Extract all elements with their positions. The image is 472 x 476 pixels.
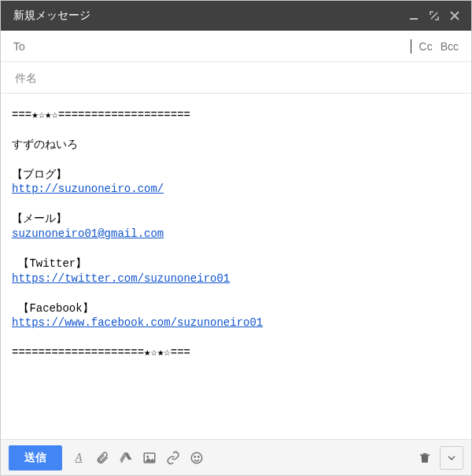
mail-link[interactable]: suzunoneiro01@gmail.com (12, 227, 164, 240)
blog-label: 【ブログ】 (12, 168, 67, 181)
drive-button[interactable] (114, 446, 138, 470)
facebook-label: 【Facebook】 (18, 302, 93, 315)
window-title: 新規メッセージ (13, 9, 402, 23)
to-label: To (13, 40, 25, 53)
compose-toolbar: 送信 A (1, 439, 471, 475)
subject-input[interactable] (13, 71, 459, 85)
image-icon (142, 451, 157, 465)
message-body[interactable]: ===★☆★☆==================== すずのねいろ 【ブログ】… (1, 94, 471, 439)
chevron-down-icon (448, 454, 455, 462)
svg-rect-9 (420, 454, 430, 456)
trash-icon (418, 451, 432, 465)
emoji-button[interactable] (185, 446, 208, 470)
svg-point-5 (146, 456, 149, 458)
facebook-link[interactable]: https://www.facebook.com/suzunoneiro01 (12, 316, 263, 329)
svg-line-1 (431, 13, 437, 19)
to-input[interactable] (31, 37, 472, 56)
link-icon (166, 451, 180, 465)
format-text-button[interactable]: A (67, 446, 90, 470)
attach-button[interactable] (90, 446, 114, 470)
fullscreen-button[interactable] (426, 7, 443, 24)
separator-top: ===★☆★☆==================== (12, 109, 190, 121)
discard-button[interactable] (413, 446, 437, 470)
twitter-link[interactable]: https://twitter.com/suzunoneiro01 (12, 272, 230, 285)
svg-point-7 (194, 456, 196, 457)
title-bar: 新規メッセージ (1, 1, 471, 31)
recipients-row: To Cc Bcc (1, 31, 471, 62)
subject-row (1, 62, 471, 94)
send-button[interactable]: 送信 (9, 445, 62, 470)
insert-image-button[interactable] (138, 446, 161, 470)
svg-point-8 (198, 456, 200, 457)
emoji-icon (190, 451, 204, 465)
bcc-button[interactable]: Bcc (441, 40, 459, 53)
close-button[interactable] (446, 7, 463, 24)
minimize-button[interactable] (405, 7, 422, 24)
blog-link[interactable]: http://suzunoneiro.com/ (12, 183, 164, 195)
separator-bottom: ====================★☆★☆=== (12, 346, 190, 359)
paperclip-icon (95, 451, 109, 465)
svg-point-6 (191, 452, 202, 463)
cc-button[interactable]: Cc (419, 40, 433, 53)
text-caret (411, 39, 411, 54)
mail-label: 【メール】 (12, 212, 67, 225)
twitter-label: 【Twitter】 (18, 257, 87, 270)
more-options-button[interactable] (440, 446, 463, 470)
drive-icon (119, 451, 133, 465)
format-text-icon: A (76, 452, 83, 464)
signature-name: すずのねいろ (12, 138, 78, 151)
insert-link-button[interactable] (161, 446, 185, 470)
